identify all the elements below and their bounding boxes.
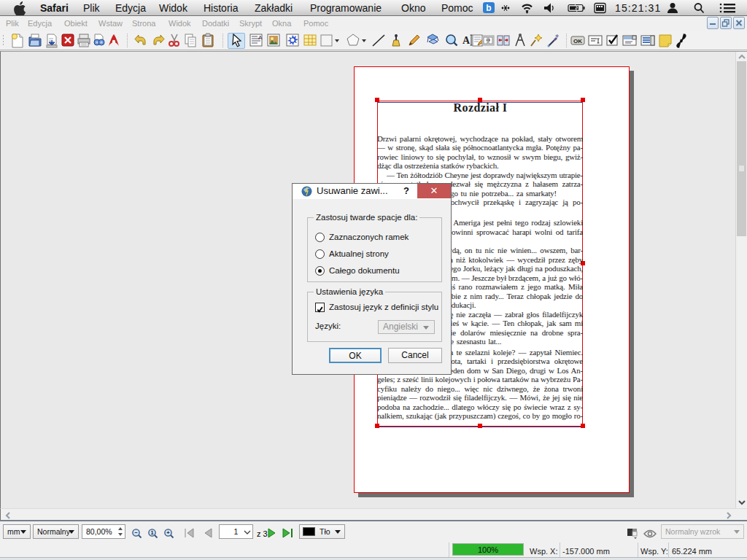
svg-text:OK: OK xyxy=(573,38,582,44)
svg-text:1: 1 xyxy=(150,529,153,536)
svg-text:−: − xyxy=(134,529,138,536)
svg-text:A: A xyxy=(258,34,263,41)
svg-text:b: b xyxy=(486,3,491,13)
svg-text:+: + xyxy=(166,529,170,536)
svg-text:A: A xyxy=(462,35,471,46)
